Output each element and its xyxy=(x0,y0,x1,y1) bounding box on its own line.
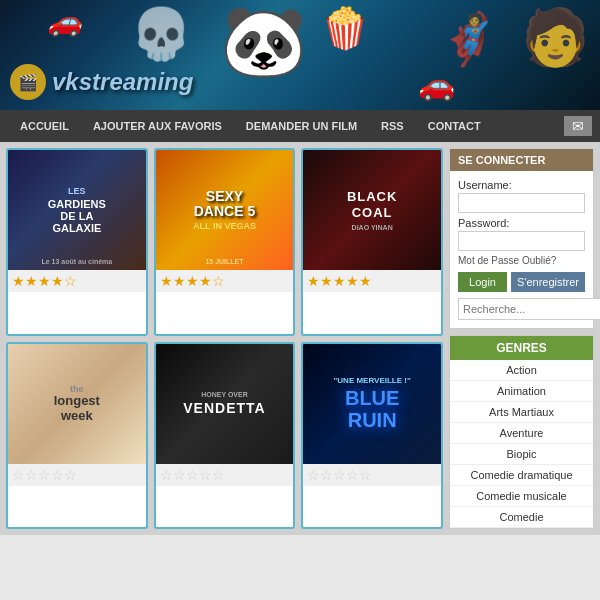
password-label: Password: xyxy=(458,217,585,229)
username-input[interactable] xyxy=(458,193,585,213)
sidebar: SE CONNECTER Username: Password: Mot de … xyxy=(449,148,594,529)
search-input[interactable] xyxy=(458,298,600,320)
login-button[interactable]: Login xyxy=(458,272,507,292)
car-icon: 🚗 xyxy=(46,5,90,38)
genre-item-animation[interactable]: Animation xyxy=(450,381,593,402)
movie-stars-3: ★★★★★ xyxy=(303,270,441,292)
green-lantern-icon: 🦸 xyxy=(438,10,500,68)
main-content: LES GARDIENSDE LAGALAXIE Le 13 août au c… xyxy=(0,142,600,535)
username-label: Username: xyxy=(458,179,585,191)
password-input[interactable] xyxy=(458,231,585,251)
skull-icon: 💀 xyxy=(130,5,192,63)
login-box: SE CONNECTER Username: Password: Mot de … xyxy=(449,148,594,329)
panda-icon: 🐼 xyxy=(220,0,307,82)
nav-demander[interactable]: DEMANDER UN FILM xyxy=(234,110,369,142)
movie-poster-1: LES GARDIENSDE LAGALAXIE Le 13 août au c… xyxy=(8,150,146,270)
genres-title: GENRES xyxy=(450,336,593,360)
auth-buttons: Login S'enregistrer xyxy=(458,272,585,292)
genre-item-aventure[interactable]: Aventure xyxy=(450,423,593,444)
navbar: ACCUEIL AJOUTER AUX FAVORIS DEMANDER UN … xyxy=(0,110,600,142)
movie-card-3[interactable]: BLACKCOAL DIAO YINAN ★★★★★ xyxy=(301,148,443,336)
site-name: vkstreaming xyxy=(52,68,193,96)
red-car-icon: 🚗 xyxy=(418,67,455,102)
movie-poster-4: the longestweek xyxy=(8,344,146,464)
movie-grid: LES GARDIENSDE LAGALAXIE Le 13 août au c… xyxy=(6,148,443,529)
movie-card-6[interactable]: "UNE MERVEILLE !" BLUERUIN ☆☆☆☆☆ xyxy=(301,342,443,530)
movie-stars-4: ☆☆☆☆☆ xyxy=(8,464,146,486)
popcorn-icon: 🍿 xyxy=(320,5,370,52)
login-box-title: SE CONNECTER xyxy=(450,149,593,171)
nav-rss[interactable]: RSS xyxy=(369,110,416,142)
nav-contact[interactable]: CONTACT xyxy=(416,110,493,142)
search-row: 🔍 xyxy=(458,298,585,320)
movie-stars-1: ★★★★☆ xyxy=(8,270,146,292)
movie-card-1[interactable]: LES GARDIENSDE LAGALAXIE Le 13 août au c… xyxy=(6,148,148,336)
genre-item-biopic[interactable]: Biopic xyxy=(450,444,593,465)
forgot-password-link[interactable]: Mot de Passe Oublié? xyxy=(458,255,585,266)
login-box-content: Username: Password: Mot de Passe Oublié?… xyxy=(450,171,593,328)
logo-icon: 🎬 xyxy=(10,64,46,100)
genre-item-action[interactable]: Action xyxy=(450,360,593,381)
mail-icon[interactable]: ✉ xyxy=(564,116,592,136)
movie-stars-5: ☆☆☆☆☆ xyxy=(156,464,294,486)
film-icon: 🎬 xyxy=(18,73,38,92)
genres-box: GENRES Action Animation Arts Martiaux Av… xyxy=(449,335,594,529)
site-logo[interactable]: 🎬 vkstreaming xyxy=(10,64,193,100)
register-button[interactable]: S'enregistrer xyxy=(511,272,585,292)
genre-item-arts-martiaux[interactable]: Arts Martiaux xyxy=(450,402,593,423)
movie-card-4[interactable]: the longestweek ☆☆☆☆☆ xyxy=(6,342,148,530)
movie-poster-6: "UNE MERVEILLE !" BLUERUIN xyxy=(303,344,441,464)
nav-accueil[interactable]: ACCUEIL xyxy=(8,110,81,142)
nav-favoris[interactable]: AJOUTER AUX FAVORIS xyxy=(81,110,234,142)
movie-stars-2: ★★★★☆ xyxy=(156,270,294,292)
avatar-icon: 🧑 xyxy=(521,5,590,70)
movie-poster-2: SEXYDANCE 5 ALL IN VEGAS 15 JUILLET xyxy=(156,150,294,270)
movie-poster-3: BLACKCOAL DIAO YINAN xyxy=(303,150,441,270)
movie-card-2[interactable]: SEXYDANCE 5 ALL IN VEGAS 15 JUILLET ★★★★… xyxy=(154,148,296,336)
genre-item-comedie-dramatique[interactable]: Comedie dramatique xyxy=(450,465,593,486)
movie-stars-6: ☆☆☆☆☆ xyxy=(303,464,441,486)
movie-card-5[interactable]: HONEY OVER VENDETTA ☆☆☆☆☆ xyxy=(154,342,296,530)
movie-poster-5: HONEY OVER VENDETTA xyxy=(156,344,294,464)
genre-item-comedie[interactable]: Comedie xyxy=(450,507,593,528)
header-banner: 💀 🐼 🚗 🦸 🧑 🍿 🚗 🎬 vkstreaming xyxy=(0,0,600,110)
genre-item-comedie-musicale[interactable]: Comedie musicale xyxy=(450,486,593,507)
